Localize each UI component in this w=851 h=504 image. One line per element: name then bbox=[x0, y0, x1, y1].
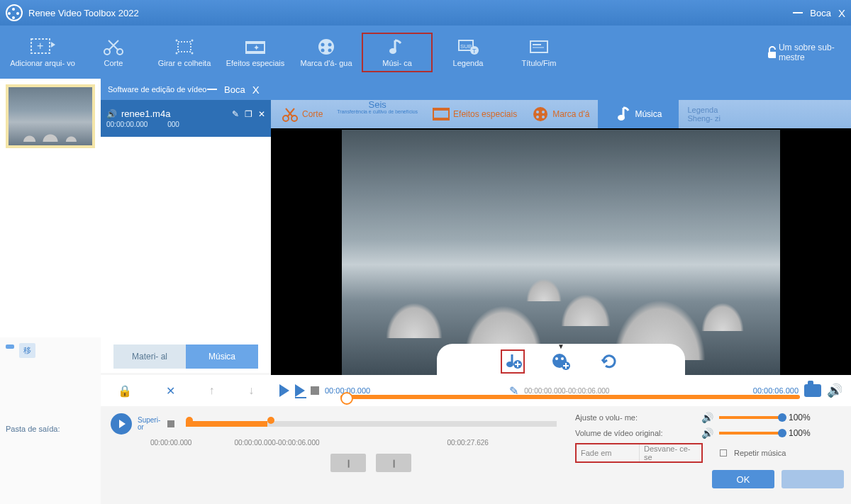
chevron-down-icon[interactable]: ▼ bbox=[557, 342, 564, 350]
play-button[interactable] bbox=[279, 384, 289, 397]
volume-original-icon[interactable]: 🔊 bbox=[701, 427, 713, 439]
play-range-button[interactable] bbox=[295, 384, 305, 397]
tool-titleend-label: Título/Fim bbox=[522, 59, 557, 67]
svg-point-41 bbox=[555, 357, 558, 360]
clip-controls-row: 🔒 ✕ ↑ ↓ bbox=[101, 375, 271, 406]
delete-icon[interactable]: ✕ bbox=[166, 384, 175, 398]
range-handle-end[interactable] bbox=[267, 417, 274, 424]
screenshot-button[interactable] bbox=[804, 384, 821, 397]
range-handle-start[interactable] bbox=[186, 417, 193, 424]
seek-bar[interactable] bbox=[340, 395, 800, 399]
svg-point-5 bbox=[176, 39, 178, 41]
svg-point-17 bbox=[328, 48, 332, 52]
tool-title-end[interactable]: Título/Fim bbox=[504, 34, 574, 71]
fade-in-button[interactable]: Fade em bbox=[577, 444, 639, 461]
tool-subtitle[interactable]: SUBT Legenda bbox=[433, 34, 504, 71]
svg-point-38 bbox=[506, 362, 513, 367]
svg-point-7 bbox=[176, 52, 178, 54]
svg-point-18 bbox=[389, 48, 396, 54]
superior-checkbox[interactable] bbox=[167, 420, 174, 427]
move-down-icon[interactable]: ↓ bbox=[248, 384, 254, 397]
svg-point-35 bbox=[536, 116, 539, 118]
svg-point-34 bbox=[542, 111, 545, 113]
audio-filename: renee1.m4a bbox=[121, 108, 228, 119]
superior-label: Superi- or bbox=[138, 417, 162, 431]
volume-original-value: 100% bbox=[789, 428, 811, 438]
duplicate-icon[interactable]: ❐ bbox=[245, 109, 252, 119]
sub-tool-effects[interactable]: Efeitos especiais bbox=[426, 100, 523, 128]
clip-thumbnail[interactable] bbox=[6, 84, 95, 148]
cancel-button[interactable] bbox=[782, 470, 844, 488]
add-watermark-button[interactable] bbox=[549, 349, 573, 374]
sub-tool-music[interactable]: Música bbox=[598, 100, 679, 128]
ok-button[interactable]: OK bbox=[712, 470, 774, 488]
close-button[interactable]: X bbox=[838, 7, 845, 19]
volume-adjust-icon[interactable]: 🔊 bbox=[701, 412, 713, 423]
preview-frame bbox=[342, 130, 780, 375]
mark-out-button[interactable]: ❙ bbox=[376, 454, 411, 472]
tool-rotate-label: Girar e colheita bbox=[158, 59, 211, 67]
svg-text:T: T bbox=[472, 47, 477, 55]
time-end: 00:00:06.000 bbox=[753, 386, 799, 395]
svg-rect-30 bbox=[433, 108, 449, 111]
left-chip-2[interactable]: 移 bbox=[19, 343, 35, 358]
sub-tool-six[interactable]: Seis Transferência e cultivo de benefíci… bbox=[331, 100, 423, 128]
clip-play-button[interactable] bbox=[111, 413, 132, 435]
clip-trange: 00:00:00.000-00:00:06.000 bbox=[234, 439, 319, 447]
panel-tab-material[interactable]: Materi- al bbox=[113, 345, 186, 369]
refresh-button[interactable] bbox=[597, 349, 621, 374]
svg-rect-31 bbox=[433, 118, 449, 120]
tool-watermark-label: Marca d'á- gua bbox=[300, 59, 352, 67]
lock-icon bbox=[766, 45, 776, 60]
audio-time-b: 000 bbox=[167, 121, 179, 128]
main-toolbar: + Adicionar arqui- vo Corte Girar e colh… bbox=[0, 26, 851, 79]
volume-icon[interactable]: 🔊 bbox=[827, 383, 842, 398]
repeat-checkbox[interactable] bbox=[720, 449, 727, 457]
mark-in-button[interactable]: ❙ bbox=[330, 454, 366, 472]
sub-tool-cut[interactable]: Corte bbox=[275, 100, 328, 128]
preview-overlay-controls: ▼ bbox=[437, 344, 685, 375]
left-chip-1[interactable] bbox=[6, 345, 14, 349]
video-preview: ▼ bbox=[271, 128, 851, 375]
sub-tool-watermark[interactable]: Marca d'á bbox=[525, 100, 595, 128]
fade-out-button[interactable]: Desvane- ce-se bbox=[639, 444, 701, 461]
tool-music-label: Músi- ca bbox=[382, 59, 412, 67]
svg-rect-26 bbox=[768, 52, 776, 58]
tool-add-file[interactable]: + Adicionar arqui- vo bbox=[7, 34, 78, 71]
svg-point-37 bbox=[618, 115, 625, 121]
unlock-link[interactable]: Um sobre sub- mestre bbox=[766, 43, 844, 62]
editor-close[interactable]: X bbox=[252, 84, 260, 96]
volume-original-slider[interactable] bbox=[719, 432, 783, 435]
sub-tool-legend[interactable]: Legenda Sheng- zi bbox=[682, 100, 745, 128]
add-music-note-button[interactable] bbox=[501, 349, 525, 374]
editor-sub-toolbar: Corte Seis Transferência e cultivo de be… bbox=[271, 100, 851, 128]
sub-six-sub: Transferência e cultivo de benefícios bbox=[337, 109, 418, 114]
playback-row: 00:00:00.000 ✎ 00:00:00.000-00:00:06.000… bbox=[271, 375, 851, 406]
move-up-icon[interactable]: ↑ bbox=[208, 384, 214, 397]
edit-icon[interactable]: ✎ bbox=[232, 109, 239, 119]
minimize-button[interactable] bbox=[793, 12, 803, 13]
svg-point-15 bbox=[328, 43, 332, 46]
clip-range-track[interactable] bbox=[186, 421, 557, 427]
tool-cut[interactable]: Corte bbox=[78, 34, 149, 71]
audio-list-panel: 🔊 renee1.m4a ✎ ❐ ✕ 00:00:00.000 000 Mate… bbox=[101, 100, 271, 373]
tool-rotate-crop[interactable]: Girar e colheita bbox=[149, 34, 220, 71]
lock-icon[interactable]: 🔒 bbox=[118, 384, 132, 398]
svg-rect-4 bbox=[178, 42, 191, 52]
panel-tab-music[interactable]: Música bbox=[186, 345, 258, 369]
tool-music[interactable]: Músi- ca bbox=[362, 33, 433, 72]
svg-text:+: + bbox=[37, 40, 43, 52]
volume-adjust-label: Ajuste o volu- me: bbox=[575, 413, 696, 422]
remove-icon[interactable]: ✕ bbox=[258, 109, 265, 119]
audio-time-a: 00:00:00.000 bbox=[106, 121, 148, 128]
volume-adjust-slider[interactable] bbox=[719, 416, 783, 419]
tool-effects[interactable]: ✦ Efeitos especiais bbox=[220, 34, 291, 71]
svg-point-32 bbox=[533, 107, 547, 121]
svg-text:SUB: SUB bbox=[460, 43, 472, 50]
stop-button[interactable] bbox=[311, 386, 319, 395]
editor-minimize[interactable] bbox=[207, 89, 217, 90]
editor-titlebar: Software de edição de vídeo Boca X bbox=[101, 79, 851, 100]
audio-item[interactable]: 🔊 renee1.m4a ✎ ❐ ✕ 00:00:00.000 000 bbox=[101, 100, 271, 137]
tool-add-label: Adicionar arqui- vo bbox=[10, 59, 75, 67]
tool-watermark[interactable]: Marca d'á- gua bbox=[291, 34, 362, 71]
